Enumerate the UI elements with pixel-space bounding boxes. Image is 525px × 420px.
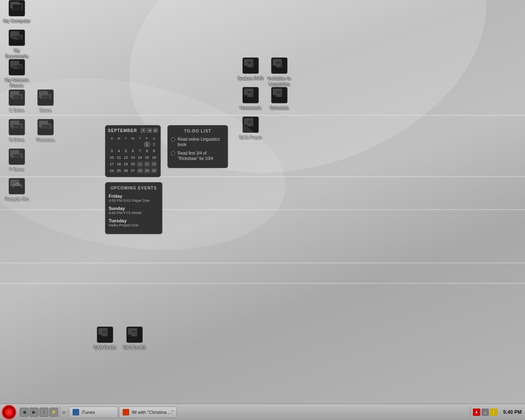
svg-rect-13 <box>14 67 17 68</box>
desktop-icon-schedule[interactable]: Schedule <box>265 87 294 111</box>
svg-rect-8 <box>14 37 17 38</box>
svg-rect-64 <box>132 334 135 335</box>
ql-forward[interactable]: ▶ <box>30 408 39 417</box>
cal-day-cell[interactable]: 21 <box>137 161 143 167</box>
band-5 <box>0 283 525 284</box>
cal-day-cell[interactable]: 28 <box>137 168 143 173</box>
desktop-icon-eas-paper[interactable]: EAS Paper <box>236 116 265 140</box>
events-items: Friday 4:00 PM EAS Paper DueSunday 4:00 … <box>109 194 159 227</box>
desktop-icon-my-documents[interactable]: My Documents <box>2 30 32 59</box>
ql-volume[interactable]: ♪ <box>39 408 48 417</box>
cal-day-cell[interactable]: 3 <box>109 148 115 154</box>
svg-rect-23 <box>12 124 22 131</box>
tray-red-icon[interactable]: ● <box>473 409 480 416</box>
cal-day-cell[interactable]: 23 <box>151 161 157 167</box>
svg-rect-52 <box>277 95 280 96</box>
todo-radio[interactable] <box>171 151 175 155</box>
taskbar-expand[interactable]: » <box>62 409 66 416</box>
desktop-icon-f-drive[interactable]: F Drive <box>2 148 32 172</box>
cal-day-cell[interactable]: 7 <box>137 148 143 154</box>
systray: ● ♪ ! <box>470 406 500 418</box>
cal-day-cell[interactable]: 6 <box>130 148 136 154</box>
todo-radio[interactable] <box>171 137 175 142</box>
cal-day-cell[interactable]: 16 <box>151 155 157 160</box>
svg-rect-65 <box>132 336 136 336</box>
svg-rect-19 <box>41 94 51 102</box>
cal-day-cell[interactable]: 10 <box>109 155 115 160</box>
cal-day-cell[interactable]: 8 <box>144 148 150 154</box>
taskbar-itunes[interactable]: iTunes <box>69 406 118 418</box>
desktop-icon-my-network[interactable]: My Network Places <box>2 59 32 89</box>
cal-day-cell[interactable]: 19 <box>123 161 129 167</box>
cal-day-cell <box>109 142 115 147</box>
desktop-icon-homework[interactable]: Homework <box>236 87 265 111</box>
todo-text: Read first 3/4 of "Rickshaw" for 10/4 <box>178 151 224 161</box>
event-day: Tuesday <box>109 218 159 223</box>
cal-day-header: S <box>151 136 157 141</box>
event-item: Tuesday Haiku Project Due <box>109 218 159 227</box>
desktop-icon-invitation[interactable]: Invitation to Linguistics <box>265 57 294 87</box>
svg-rect-56 <box>248 124 251 125</box>
desktop-icon-snakes-rar[interactable]: Snakes RAR <box>236 57 265 81</box>
ql-power[interactable]: ⚡ <box>49 408 58 417</box>
icon-label-finances: Finances <box>37 137 55 143</box>
cal-day-cell[interactable]: 14 <box>137 155 143 160</box>
cal-day-cell[interactable]: 20 <box>130 161 136 167</box>
start-button[interactable] <box>2 405 16 420</box>
svg-rect-53 <box>277 96 281 97</box>
cal-day-cell[interactable]: 12 <box>123 155 129 160</box>
cal-settings-btn[interactable]: ⚙ <box>141 128 146 133</box>
svg-point-21 <box>48 100 49 101</box>
cal-day-cell[interactable]: 11 <box>116 155 122 160</box>
cal-day-cell[interactable]: 24 <box>109 168 115 173</box>
taskbar-apps: iTunes IM with "Christina ..." <box>67 406 470 418</box>
svg-rect-57 <box>248 126 252 126</box>
band-4 <box>0 262 525 263</box>
desktop-icon-eas-draft2[interactable]: EAS Draft2 <box>120 326 149 350</box>
cal-day-header: T <box>123 136 129 141</box>
ql-back[interactable]: ◀ <box>20 408 29 417</box>
icon-label-share: Share <box>39 107 51 113</box>
taskbar-im[interactable]: IM with "Christina ..." <box>119 406 177 418</box>
todo-item[interactable]: Read first 3/4 of "Rickshaw" for 10/4 <box>171 151 224 161</box>
cal-day-cell[interactable]: 17 <box>109 161 115 167</box>
desktop-icon-c-drive[interactable]: C Drive <box>2 89 32 113</box>
cal-day-cell[interactable]: 27 <box>130 168 136 173</box>
cal-day-cell[interactable]: 29 <box>144 168 150 173</box>
svg-rect-48 <box>248 95 251 96</box>
todo-item[interactable]: Read online Linguistics book <box>171 137 224 147</box>
cal-day-cell[interactable]: 9 <box>151 148 157 154</box>
cal-day-cell[interactable]: 18 <box>116 161 122 167</box>
desktop-icon-eas-draft1[interactable]: EAS Draft1 <box>90 326 120 350</box>
desktop-icon-recycle-bin[interactable]: Recycle Bin <box>2 178 32 202</box>
icon-label-snakes-rar: Snakes RAR <box>238 75 264 81</box>
desktop-icon-my-computer[interactable]: My Computer <box>2 0 32 24</box>
desktop-icon-finances[interactable]: Finances <box>31 119 60 143</box>
svg-rect-22 <box>42 98 47 98</box>
cal-day-cell[interactable]: 30 <box>151 168 157 173</box>
cal-day-cell[interactable]: 1 <box>144 142 150 147</box>
svg-rect-34 <box>13 157 18 157</box>
cal-day-cell[interactable]: 15 <box>144 155 150 160</box>
svg-rect-26 <box>13 127 18 128</box>
cal-day-cell[interactable]: 22 <box>144 161 150 167</box>
taskbar-clock: 5:40 PM <box>500 409 525 415</box>
tray-warning-icon[interactable]: ! <box>490 409 498 416</box>
cal-day-cell[interactable]: 4 <box>116 148 122 154</box>
tray-audio-icon[interactable]: ♪ <box>482 409 489 416</box>
svg-rect-63 <box>132 333 136 334</box>
cal-day-cell[interactable]: 2 <box>151 142 157 147</box>
cal-prev-btn[interactable]: ◀ <box>147 128 152 133</box>
desktop-icon-d-drive[interactable]: D Drive <box>2 119 32 143</box>
svg-rect-16 <box>13 96 21 100</box>
svg-rect-39 <box>248 64 252 65</box>
cal-day-cell[interactable]: 13 <box>130 155 136 160</box>
cal-day-cell[interactable]: 5 <box>123 148 129 154</box>
svg-rect-20 <box>42 96 50 100</box>
cal-next-btn[interactable]: ▶ <box>153 128 158 133</box>
cal-day-cell[interactable]: 26 <box>123 168 129 173</box>
icon-label-f-drive: F Drive <box>9 167 24 172</box>
cal-day-cell[interactable]: 25 <box>116 168 122 173</box>
desktop-icon-share[interactable]: Share <box>31 89 60 113</box>
itunes-label: iTunes <box>82 410 95 415</box>
